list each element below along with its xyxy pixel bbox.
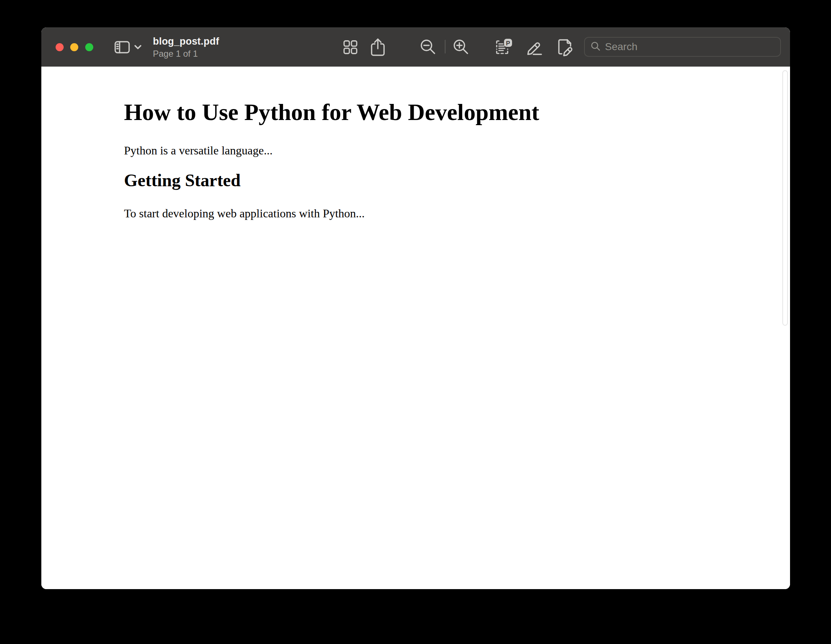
annotate-document-icon <box>555 37 575 57</box>
markup-pen-icon <box>525 38 544 57</box>
zoom-out-button[interactable] <box>420 38 437 56</box>
grid-view-icon <box>342 39 359 56</box>
share-icon <box>369 38 387 57</box>
share-button[interactable] <box>369 38 387 57</box>
window-title: blog_post.pdf <box>153 37 219 46</box>
view-menu-button[interactable] <box>134 45 142 50</box>
document-paragraph: To start developing web applications wit… <box>124 206 746 220</box>
zoom-in-icon <box>452 38 470 56</box>
document-heading: How to Use Python for Web Development <box>124 99 746 126</box>
zoom-out-icon <box>420 38 437 56</box>
annotate-document-button[interactable] <box>555 37 575 57</box>
chevron-down-icon <box>134 45 142 50</box>
sidebar-toggle-icon <box>115 41 130 53</box>
vertical-scrollbar-thumb[interactable] <box>782 70 788 326</box>
text-selection-icon: P <box>494 38 513 57</box>
minimize-button[interactable] <box>70 43 78 51</box>
toolbar-divider <box>445 40 446 53</box>
sidebar-toggle-button[interactable] <box>115 41 130 53</box>
thumbnail-grid-button[interactable] <box>342 39 359 56</box>
pdf-page: How to Use Python for Web Development Py… <box>124 99 746 233</box>
search-input[interactable] <box>605 41 774 53</box>
document-paragraph: Python is a versatile language... <box>124 143 746 157</box>
page-indicator: Page 1 of 1 <box>153 49 219 58</box>
preview-window: blog_post.pdf Page 1 of 1 <box>41 27 790 589</box>
toolbar: blog_post.pdf Page 1 of 1 <box>41 27 790 67</box>
text-selection-button[interactable]: P <box>494 38 513 57</box>
text-selection-badge: P <box>506 40 510 47</box>
document-view: How to Use Python for Web Development Py… <box>41 67 790 589</box>
document-subheading: Getting Started <box>124 170 746 190</box>
markup-pen-button[interactable] <box>525 38 544 57</box>
fullscreen-button[interactable] <box>85 43 93 51</box>
window-title-block: blog_post.pdf Page 1 of 1 <box>153 37 219 58</box>
zoom-in-button[interactable] <box>452 38 470 56</box>
search-field[interactable] <box>584 37 781 57</box>
search-icon <box>591 41 600 53</box>
close-button[interactable] <box>56 43 64 51</box>
